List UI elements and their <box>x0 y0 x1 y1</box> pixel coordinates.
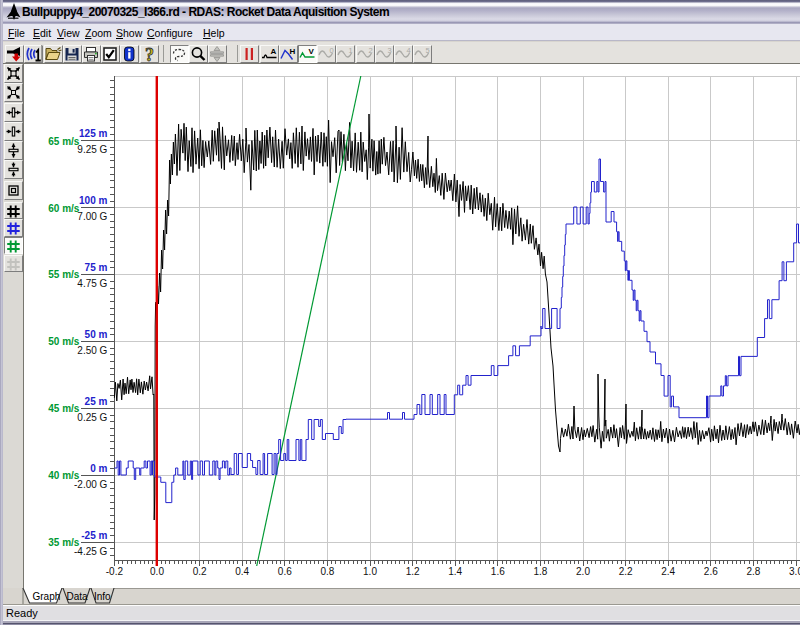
svg-text:-0.2: -0.2 <box>106 566 124 577</box>
svg-text:9.25 G: 9.25 G <box>77 144 107 155</box>
svg-text:0.0: 0.0 <box>150 566 164 577</box>
svg-text:H: H <box>289 47 295 56</box>
svg-text:Graph: Graph <box>33 591 61 602</box>
svg-text:0.8: 0.8 <box>320 566 334 577</box>
svg-text:5: 5 <box>426 46 430 55</box>
svg-text:0.25 G: 0.25 G <box>77 412 107 423</box>
svg-text:2.2: 2.2 <box>619 566 633 577</box>
svg-text:4.75 G: 4.75 G <box>77 278 107 289</box>
svg-text:3: 3 <box>387 46 391 55</box>
svg-text:2.6: 2.6 <box>704 566 718 577</box>
svg-text:1.2: 1.2 <box>406 566 420 577</box>
svg-text:60 m/s: 60 m/s <box>48 203 80 214</box>
svg-text:50 m/s: 50 m/s <box>48 336 80 347</box>
svg-text:2.50 G: 2.50 G <box>77 345 107 356</box>
svg-text:3.0: 3.0 <box>789 566 800 577</box>
svg-text:65 m/s: 65 m/s <box>48 136 80 147</box>
svg-text:1: 1 <box>349 46 353 55</box>
svg-text:Info: Info <box>94 591 111 602</box>
svg-text:1.4: 1.4 <box>448 566 462 577</box>
svg-text:V: V <box>308 47 314 56</box>
svg-text:-25 m: -25 m <box>81 530 107 541</box>
svg-text:0.6: 0.6 <box>278 566 292 577</box>
svg-text:A: A <box>270 47 276 56</box>
svg-text:Data: Data <box>67 591 89 602</box>
svg-text:125 m: 125 m <box>79 128 107 139</box>
svg-text:25 m: 25 m <box>85 396 108 407</box>
svg-text:1.6: 1.6 <box>491 566 505 577</box>
svg-text:50 m: 50 m <box>85 329 108 340</box>
svg-text:-2.00 G: -2.00 G <box>74 479 108 490</box>
svg-text:2.4: 2.4 <box>661 566 675 577</box>
svg-text:7.00 G: 7.00 G <box>77 211 107 222</box>
svg-text:0.2: 0.2 <box>193 566 207 577</box>
svg-text:1.0: 1.0 <box>363 566 377 577</box>
svg-text:4: 4 <box>406 46 410 55</box>
svg-text:45 m/s: 45 m/s <box>48 403 80 414</box>
svg-text:0 m: 0 m <box>90 463 107 474</box>
svg-text:1.8: 1.8 <box>533 566 547 577</box>
svg-text:2.0: 2.0 <box>576 566 590 577</box>
svg-text:2.8: 2.8 <box>746 566 760 577</box>
svg-text:-4.25 G: -4.25 G <box>74 546 108 557</box>
svg-text:55 m/s: 55 m/s <box>48 269 80 280</box>
svg-text:75 m: 75 m <box>85 262 108 273</box>
svg-text:?: ? <box>145 46 154 62</box>
svg-text:100 m: 100 m <box>79 195 107 206</box>
svg-text:2: 2 <box>368 46 372 55</box>
svg-text:0: 0 <box>330 46 334 55</box>
svg-text:0.4: 0.4 <box>235 566 249 577</box>
